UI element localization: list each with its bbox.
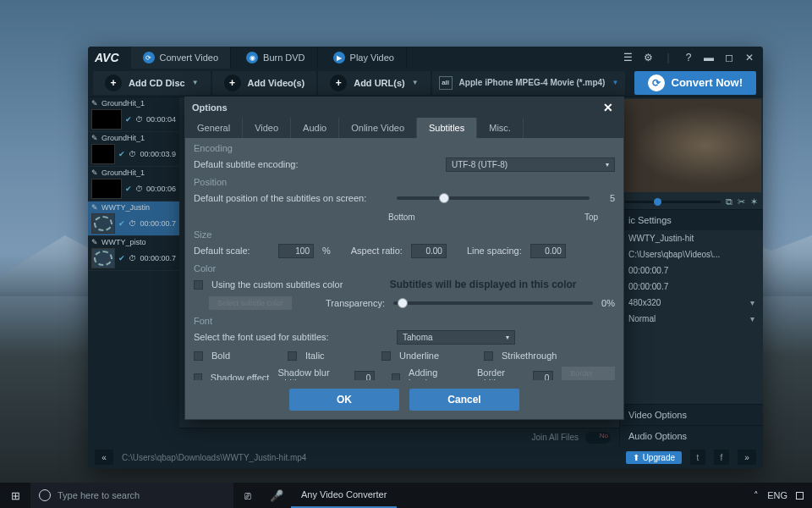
setting-row[interactable]: WWTY_Justin-hit xyxy=(620,230,763,246)
video-options-header[interactable]: Video Options xyxy=(620,404,763,425)
file-item[interactable]: ✎WWTY_pisto✔⏱00:00:00.7 xyxy=(88,236,179,271)
taskbar-app[interactable]: Any Video Converter xyxy=(291,483,397,508)
file-item[interactable]: ✎GroundHit_1✔⏱00:00:04 xyxy=(88,97,179,132)
spacing-input[interactable] xyxy=(530,244,566,258)
titlebar: AVC ⟳Convert Video ◉Burn DVD ▶Play Video… xyxy=(88,47,763,69)
setting-row[interactable]: Normal▾ xyxy=(620,311,763,327)
file-item[interactable]: ✎GroundHit_1✔⏱00:00:06 xyxy=(88,167,179,202)
setting-row[interactable]: C:\Users\qbap\Videos\... xyxy=(620,246,763,262)
maximize-icon[interactable]: ◻ xyxy=(722,51,736,64)
tab-burn-dvd[interactable]: ◉Burn DVD xyxy=(234,47,318,69)
help-icon[interactable]: ? xyxy=(682,51,695,64)
tab-video[interactable]: Video xyxy=(243,118,291,138)
options-dialog: Options ✕ General Video Audio Online Vid… xyxy=(184,97,624,420)
position-value: 5 xyxy=(598,193,615,203)
next-button[interactable]: » xyxy=(738,450,756,465)
dialog-title: Options ✕ xyxy=(185,97,623,118)
italic-checkbox[interactable] xyxy=(288,351,297,361)
tab-audio[interactable]: Audio xyxy=(291,118,339,138)
start-button[interactable]: ⊞ xyxy=(0,489,30,502)
output-format-dropdown[interactable]: allApple iPhone MPEG-4 Movie (*.mp4)▼ xyxy=(432,71,626,95)
tab-general[interactable]: General xyxy=(185,118,243,138)
task-view-icon[interactable]: ⎚ xyxy=(233,483,262,508)
setting-row[interactable]: 00:00:00.7 xyxy=(620,279,763,295)
setting-row[interactable]: 00:00:00.7 xyxy=(620,262,763,279)
refresh-icon: ⟳ xyxy=(143,52,155,64)
prev-button[interactable]: « xyxy=(95,450,113,465)
check-icon: ✔ xyxy=(125,115,132,124)
select-color-button[interactable]: Select subtitle color xyxy=(209,296,292,310)
encoding-section: Encoding Default subtitle encoding: UTF-… xyxy=(194,143,615,172)
menu-icon[interactable]: ☰ xyxy=(621,51,634,64)
settings-icon[interactable]: ⚙ xyxy=(641,51,655,64)
transparency-value: 0% xyxy=(601,298,615,308)
twitter-icon[interactable]: t xyxy=(690,450,705,465)
shadow-blur-label: Shadow blur width: xyxy=(277,367,346,380)
tab-play-video[interactable]: ▶Play Video xyxy=(321,47,407,69)
audio-options-header[interactable]: Audio Options xyxy=(620,425,763,446)
add-cd-disc-button[interactable]: +Add CD Disc▼ xyxy=(93,71,211,95)
dialog-body: Encoding Default subtitle encoding: UTF-… xyxy=(185,138,623,380)
dialog-buttons: OK Cancel xyxy=(185,380,623,419)
font-dropdown[interactable]: Tahoma▾ xyxy=(397,330,515,345)
join-files-label: Join All Files xyxy=(531,433,579,442)
dialog-close-button[interactable]: ✕ xyxy=(600,99,617,116)
file-item[interactable]: ✎WWTY_Justin✔⏱00:00:00.7 xyxy=(88,202,179,236)
tray-chevron-icon[interactable]: ˄ xyxy=(754,490,759,501)
transparency-label: Transparency: xyxy=(326,298,385,308)
transparency-slider[interactable] xyxy=(393,301,593,305)
position-slider[interactable] xyxy=(397,196,590,200)
encoding-dropdown[interactable]: UTF-8 (UTF-8)▾ xyxy=(446,157,615,172)
add-urls-button[interactable]: +Add URL(s)▼ xyxy=(318,71,430,95)
app-logo: AVC xyxy=(95,51,119,64)
edit-icon: ✎ xyxy=(91,99,98,108)
setting-row[interactable]: 480x320▾ xyxy=(620,295,763,311)
tab-subtitles[interactable]: Subtitles xyxy=(417,118,477,138)
tab-convert-video[interactable]: ⟳Convert Video xyxy=(131,47,232,69)
position-top-label: Top xyxy=(584,213,598,222)
video-preview xyxy=(622,99,761,192)
close-icon[interactable]: ✕ xyxy=(743,51,756,64)
show-desktop[interactable] xyxy=(796,492,804,500)
size-section: Size Default scale: % Aspect ratio: Line… xyxy=(194,229,615,258)
bold-checkbox[interactable] xyxy=(194,351,203,361)
ok-button[interactable]: OK xyxy=(289,389,399,411)
convert-now-button[interactable]: ⟳Convert Now! xyxy=(634,71,757,95)
border-width-label: Border width: xyxy=(477,367,524,380)
cancel-button[interactable]: Cancel xyxy=(409,389,519,411)
shadow-checkbox[interactable] xyxy=(194,373,202,381)
microphone-icon[interactable]: 🎤 xyxy=(262,483,291,508)
border-color-button[interactable]: Border color xyxy=(562,367,615,380)
tools-icon[interactable]: ✶ xyxy=(750,196,758,207)
strike-checkbox[interactable] xyxy=(484,351,493,361)
border-width-input[interactable] xyxy=(533,371,553,381)
scrubber[interactable] xyxy=(625,201,721,203)
play-icon: ▶ xyxy=(333,52,345,64)
underline-checkbox[interactable] xyxy=(381,351,391,361)
tab-misc[interactable]: Misc. xyxy=(477,118,524,138)
join-files-toggle[interactable] xyxy=(585,432,611,444)
encoding-label: Default subtitle encoding: xyxy=(194,159,437,169)
use-custom-color-label: Using the custom subtitles color xyxy=(211,279,343,290)
facebook-icon[interactable]: f xyxy=(714,450,729,465)
disc-icon: ◉ xyxy=(246,52,258,64)
system-tray: ˄ ENG xyxy=(745,490,812,501)
thumbnail xyxy=(91,109,122,130)
shadow-blur-input[interactable] xyxy=(354,371,375,381)
use-custom-color-checkbox[interactable] xyxy=(194,280,203,290)
scale-input[interactable] xyxy=(278,244,314,258)
cortana-icon xyxy=(39,489,51,501)
aspect-label: Aspect ratio: xyxy=(351,246,403,256)
status-bar: « C:\Users\qbap\Downloads\WWTY_Justin-hi… xyxy=(88,446,763,468)
minimize-icon[interactable]: ▬ xyxy=(702,51,716,64)
file-item[interactable]: ✎GroundHit_1✔⏱00:00:03.9 xyxy=(88,132,179,167)
tab-online-video[interactable]: Online Video xyxy=(339,118,417,138)
aspect-input[interactable] xyxy=(411,244,447,258)
upgrade-button[interactable]: ⬆Upgrade xyxy=(626,451,682,464)
taskbar-search[interactable]: Type here to search xyxy=(30,483,233,508)
cut-icon[interactable]: ✂ xyxy=(738,196,745,207)
tray-lang[interactable]: ENG xyxy=(767,490,787,500)
borders-checkbox[interactable] xyxy=(392,373,400,381)
copy-icon[interactable]: ⧉ xyxy=(726,196,732,207)
add-videos-button[interactable]: +Add Video(s) xyxy=(212,71,317,95)
